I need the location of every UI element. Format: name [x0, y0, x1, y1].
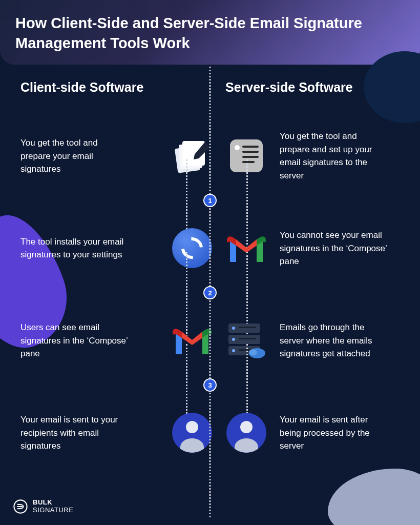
column-heading: Server-side Software	[210, 80, 400, 95]
step-item: You cannot see your email signatures in …	[210, 210, 400, 287]
svg-rect-7	[242, 156, 259, 158]
step-item: You get the tool and prepare and set up …	[210, 117, 400, 194]
svg-point-4	[235, 145, 240, 150]
logo-mark-icon	[13, 499, 28, 514]
header: How Client-Side and Server-Side Email Si…	[0, 0, 420, 65]
svg-point-12	[232, 327, 235, 330]
diagram-content: 1 2 3 Client-side Software You get the t…	[0, 65, 420, 497]
step-text: Your email is sent after being processed…	[280, 413, 387, 453]
step-text: The tool installs your email signatures …	[20, 235, 128, 261]
svg-rect-15	[239, 327, 256, 328]
step-item: Your email is sent after being processed…	[210, 394, 400, 471]
user-icon	[225, 412, 267, 454]
svg-rect-5	[242, 146, 259, 148]
step-item: You get the tool and prepare your email …	[20, 117, 210, 194]
step-text: Emails go through the server where the e…	[280, 321, 387, 360]
svg-point-13	[232, 338, 235, 341]
server-side-column: Server-side Software You get the tool an…	[210, 80, 400, 487]
logo-text: BULK SIGNATURE	[33, 499, 73, 514]
page-title: How Client-Side and Server-Side Email Si…	[15, 13, 405, 53]
step-text: You cannot see your email signatures in …	[280, 229, 387, 268]
step-item: Users can see email signatures in the ‘C…	[20, 302, 210, 379]
user-icon	[171, 412, 213, 454]
step-text: Your email is sent to your recipients wi…	[20, 413, 128, 453]
step-number-badge: 1	[203, 194, 217, 207]
svg-rect-8	[242, 161, 255, 163]
document-pen-icon	[171, 135, 213, 177]
step-text: You get the tool and prepare and set up …	[280, 130, 387, 182]
step-text: Users can see email signatures in the ‘C…	[20, 321, 128, 360]
gmail-icon	[171, 319, 213, 361]
brand-logo: BULK SIGNATURE	[13, 499, 73, 514]
svg-rect-16	[239, 338, 256, 339]
step-item: The tool installs your email signatures …	[20, 210, 210, 287]
svg-point-14	[232, 349, 235, 352]
svg-point-19	[249, 349, 257, 355]
svg-rect-6	[242, 151, 259, 153]
step-item: Emails go through the server where the e…	[210, 302, 400, 379]
client-side-column: Client-side Software You get the tool an…	[20, 80, 210, 487]
step-number-badge: 2	[203, 286, 217, 299]
step-text: You get the tool and prepare your email …	[20, 136, 128, 176]
step-number-badge: 3	[203, 378, 217, 392]
step-item: Your email is sent to your recipients wi…	[20, 394, 210, 471]
sync-icon	[171, 227, 213, 269]
column-heading: Client-side Software	[20, 80, 210, 95]
